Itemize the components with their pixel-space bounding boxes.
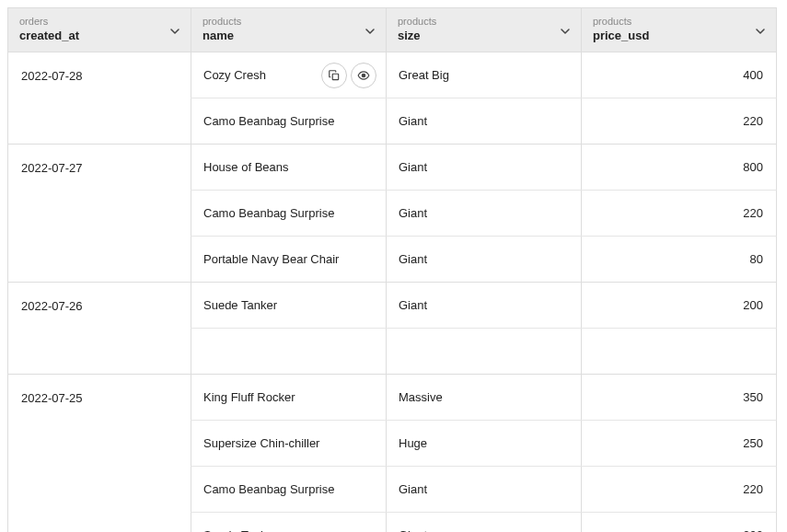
table-cell-price[interactable]: 200 <box>581 283 777 329</box>
group-cell-created-at[interactable]: 2022-07-28 <box>7 52 191 145</box>
table-cell-price[interactable]: 200 <box>581 513 777 532</box>
cell-value: 80 <box>750 252 763 266</box>
column-table-label: products <box>203 16 375 27</box>
table-cell-name[interactable]: Cozy Cresh <box>191 52 387 98</box>
size-column: Giant <box>387 283 582 375</box>
cell-value: 200 <box>743 528 763 532</box>
table-cell-name[interactable]: Camo Beanbag Surprise <box>191 191 387 237</box>
table-cell-price[interactable]: 80 <box>581 237 777 283</box>
size-column: MassiveHugeGiantGiant <box>387 375 582 532</box>
cell-value: Giant <box>399 160 427 174</box>
cell-value: Giant <box>399 528 427 532</box>
empty-cell <box>191 329 387 375</box>
table-cell-name[interactable]: Portable Navy Bear Chair <box>191 237 387 283</box>
cell-value: 200 <box>743 298 763 312</box>
price-column: 350250220200 <box>582 375 777 532</box>
chevron-down-icon[interactable] <box>365 24 375 37</box>
table-cell-price[interactable]: 220 <box>581 467 777 513</box>
price-column: 80022080 <box>582 145 777 283</box>
column-header-size[interactable]: products size <box>386 7 582 52</box>
name-column: House of BeansCamo Beanbag SurprisePorta… <box>191 145 387 283</box>
chevron-down-icon[interactable] <box>561 24 570 37</box>
name-column: King Fluff RockerSupersize Chin-chillerC… <box>191 375 387 532</box>
cell-value: Giant <box>399 298 427 312</box>
table-cell-price[interactable]: 220 <box>581 191 777 237</box>
cell-value: 800 <box>743 160 763 174</box>
column-name-label: size <box>398 29 421 42</box>
cell-value: Giant <box>399 206 427 220</box>
cell-value: Giant <box>399 114 427 128</box>
table-cell-price[interactable]: 250 <box>581 421 777 467</box>
cell-value: House of Beans <box>203 160 289 174</box>
cell-value: Giant <box>399 252 427 266</box>
cell-value: Suede Tanker <box>203 528 277 532</box>
group-cell-created-at[interactable]: 2022-07-27 <box>7 145 191 283</box>
cell-value: 220 <box>743 482 763 496</box>
table-cell-name[interactable]: Camo Beanbag Surprise <box>191 467 387 513</box>
cell-value: King Fluff Rocker <box>203 390 295 404</box>
group-cell-created-at[interactable]: 2022-07-25 <box>7 375 191 532</box>
cell-value: 220 <box>743 114 763 128</box>
table-cell-size[interactable]: Giant <box>386 237 582 283</box>
column-header-price-usd[interactable]: products price_usd <box>581 7 777 52</box>
cell-value: Camo Beanbag Surprise <box>203 482 334 496</box>
name-column: Cozy CreshCamo Beanbag Surprise <box>191 52 387 145</box>
column-name-label: name <box>203 29 234 42</box>
chevron-down-icon[interactable] <box>756 24 765 37</box>
table-cell-name[interactable]: King Fluff Rocker <box>191 375 387 421</box>
table-cell-price[interactable]: 350 <box>581 375 777 421</box>
table-cell-name[interactable]: Camo Beanbag Surprise <box>191 98 387 145</box>
cell-value: 2022-07-25 <box>21 391 83 405</box>
copy-icon[interactable] <box>321 63 347 88</box>
group-cell-created-at[interactable]: 2022-07-26 <box>7 283 191 375</box>
table-cell-size[interactable]: Great Big <box>386 52 582 98</box>
table-cell-size[interactable]: Giant <box>386 283 582 329</box>
eye-icon[interactable] <box>351 63 376 88</box>
cell-value: Cozy Cresh <box>203 68 266 82</box>
cell-value: Giant <box>399 482 427 496</box>
cell-value: Camo Beanbag Surprise <box>203 206 334 220</box>
empty-cell <box>581 329 777 375</box>
table-cell-name[interactable]: Suede Tanker <box>191 513 387 532</box>
table-cell-size[interactable]: Giant <box>386 513 582 532</box>
cell-value: 250 <box>743 436 763 450</box>
column-table-label: orders <box>19 16 179 27</box>
cell-value: 350 <box>743 390 763 404</box>
cell-value: 2022-07-26 <box>21 299 83 313</box>
svg-rect-0 <box>332 74 338 79</box>
table-cell-name[interactable]: House of Beans <box>191 145 387 191</box>
table-cell-size[interactable]: Massive <box>386 375 582 421</box>
table-cell-price[interactable]: 400 <box>581 52 777 98</box>
price-column: 200 <box>582 283 777 375</box>
column-name-label: created_at <box>19 29 79 42</box>
cell-value: Camo Beanbag Surprise <box>203 114 334 128</box>
cell-value: Massive <box>399 390 443 404</box>
cell-value: 2022-07-27 <box>21 161 83 175</box>
chevron-down-icon[interactable] <box>170 24 179 37</box>
table-cell-price[interactable]: 220 <box>581 98 777 145</box>
size-column: Great BigGiant <box>387 52 582 145</box>
table-cell-size[interactable]: Giant <box>386 467 582 513</box>
row-actions <box>321 63 376 88</box>
name-column: Suede Tanker <box>191 283 387 375</box>
cell-value: 2022-07-28 <box>21 69 83 83</box>
cell-value: 400 <box>743 68 763 82</box>
column-table-label: products <box>398 16 570 27</box>
size-column: GiantGiantGiant <box>387 145 582 283</box>
table-cell-price[interactable]: 800 <box>581 145 777 191</box>
data-table: orders created_at products name products… <box>0 0 787 532</box>
table-cell-size[interactable]: Giant <box>386 98 582 145</box>
column-header-name[interactable]: products name <box>191 7 387 52</box>
empty-cell <box>386 329 582 375</box>
table-cell-name[interactable]: Supersize Chin-chiller <box>191 421 387 467</box>
table-cell-name[interactable]: Suede Tanker <box>191 283 387 329</box>
table-cell-size[interactable]: Giant <box>386 191 582 237</box>
column-name-label: price_usd <box>593 29 649 42</box>
svg-point-1 <box>362 74 365 77</box>
cell-value: Portable Navy Bear Chair <box>203 252 339 266</box>
column-header-created-at[interactable]: orders created_at <box>7 7 191 52</box>
table-cell-size[interactable]: Giant <box>386 145 582 191</box>
table-cell-size[interactable]: Huge <box>386 421 582 467</box>
cell-value: Supersize Chin-chiller <box>203 436 319 450</box>
cell-value: Suede Tanker <box>203 298 277 312</box>
